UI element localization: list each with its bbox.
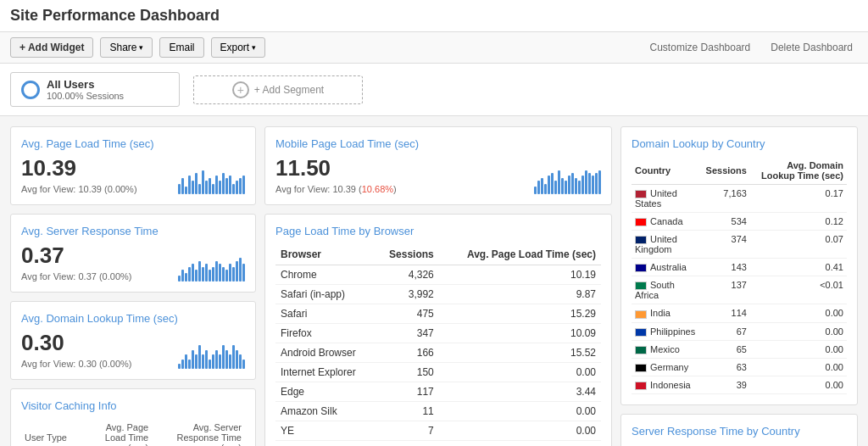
table-cell: 3,992 bbox=[375, 285, 438, 304]
table-cell: United Kingdom bbox=[632, 231, 703, 259]
table-cell: 9.87 bbox=[439, 285, 601, 304]
table-row: Indonesia390.00 bbox=[632, 376, 847, 393]
caching-col-usertype: User Type bbox=[21, 419, 81, 446]
avg-server-response-value: 0.37 bbox=[21, 243, 131, 269]
sparkline-bar bbox=[236, 261, 238, 282]
sparkline-bar bbox=[575, 178, 577, 194]
main-content: Avg. Page Load Time (sec) 10.39 Avg for … bbox=[0, 116, 868, 446]
flag-icon bbox=[635, 264, 647, 272]
segment-name: All Users bbox=[47, 78, 124, 91]
table-cell: 0.07 bbox=[750, 231, 847, 259]
sparkline-bar bbox=[198, 261, 201, 282]
sparkline-bar bbox=[178, 364, 181, 369]
browser-table-widget: Page Load Time by Browser Browser Sessio… bbox=[264, 214, 612, 446]
flag-icon bbox=[635, 328, 647, 337]
avg-server-response-row: 0.37 Avg for View: 0.37 (0.00%) bbox=[21, 243, 245, 282]
table-cell: 4,326 bbox=[375, 265, 438, 285]
table-cell: 11 bbox=[375, 402, 438, 421]
visitor-caching-widget: Visitor Caching Info User Type Avg. Page… bbox=[10, 388, 256, 446]
browser-table-title: Page Load Time by Browser bbox=[275, 225, 601, 237]
table-row: Firefox34710.09 bbox=[275, 324, 601, 343]
table-cell: 0.00 bbox=[439, 421, 601, 441]
sparkline-bar bbox=[192, 350, 194, 369]
visitor-caching-title: Visitor Caching Info bbox=[21, 399, 245, 412]
domain-lookup-country-table: Country Sessions Avg. Domain Lookup Time… bbox=[632, 157, 847, 394]
segment-circle-icon bbox=[21, 81, 40, 99]
sparkline-bar bbox=[181, 360, 184, 369]
table-cell: 475 bbox=[375, 304, 438, 324]
table-cell: 0.00 bbox=[750, 376, 847, 393]
avg-domain-lookup-value: 0.30 bbox=[21, 330, 131, 356]
sparkline-bar bbox=[595, 173, 598, 194]
add-widget-button[interactable]: + Add Widget bbox=[10, 37, 93, 58]
sparkline-bar bbox=[592, 176, 594, 194]
table-cell: <0.01 bbox=[750, 276, 847, 304]
left-column: Avg. Page Load Time (sec) 10.39 Avg for … bbox=[10, 126, 256, 446]
sparkline-bar bbox=[212, 354, 214, 369]
flag-icon bbox=[635, 282, 647, 290]
center-column: Mobile Page Load Time (sec) 11.50 Avg fo… bbox=[264, 126, 612, 446]
sparkline-bar bbox=[571, 173, 574, 194]
table-row: YE70.00 bbox=[275, 421, 601, 441]
caching-col-serverresp: Avg. Server Response Time (sec) bbox=[152, 419, 245, 446]
sparkline-bar bbox=[225, 178, 228, 194]
sparkline-bar bbox=[222, 173, 225, 194]
table-row: Amazon Silk110.00 bbox=[275, 402, 601, 421]
add-segment-button[interactable]: + + Add Segment bbox=[193, 75, 363, 104]
email-button[interactable]: Email bbox=[159, 37, 203, 58]
table-row: Edge1173.44 bbox=[275, 382, 601, 402]
browser-col-browser: Browser bbox=[275, 244, 375, 265]
toolbar-right: Customize Dashboard Delete Dashboard bbox=[645, 38, 858, 57]
avg-page-load-sparkline bbox=[178, 169, 245, 194]
sparkline-bar bbox=[548, 176, 550, 194]
table-cell: Canada bbox=[632, 213, 703, 231]
customize-dashboard-button[interactable]: Customize Dashboard bbox=[645, 38, 756, 57]
table-cell: Android Browser bbox=[275, 343, 375, 363]
table-row: Germany630.00 bbox=[632, 358, 847, 376]
table-cell: South Africa bbox=[632, 276, 703, 304]
all-users-segment[interactable]: All Users 100.00% Sessions bbox=[10, 72, 180, 107]
table-cell: 150 bbox=[375, 363, 438, 382]
mobile-page-load-title: Mobile Page Load Time (sec) bbox=[275, 137, 601, 150]
delete-dashboard-button[interactable]: Delete Dashboard bbox=[765, 38, 858, 57]
export-button[interactable]: Export ▾ bbox=[211, 37, 266, 58]
sparkline-bar bbox=[565, 181, 567, 194]
sparkline-bar bbox=[198, 345, 201, 369]
sparkline-bar bbox=[534, 187, 537, 194]
avg-domain-lookup-title: Avg. Domain Lookup Time (sec) bbox=[21, 312, 245, 325]
add-segment-circle-icon: + bbox=[232, 81, 249, 98]
table-row: Canada5340.12 bbox=[632, 213, 847, 231]
table-row: Safari (in-app)3,9929.87 bbox=[275, 285, 601, 304]
table-cell: Chrome bbox=[275, 265, 375, 285]
domain-lookup-country-title: Domain Lookup by Country bbox=[632, 137, 847, 150]
sparkline-bar bbox=[205, 350, 208, 369]
avg-page-load-sub: Avg for View: 10.39 (0.00%) bbox=[21, 184, 137, 194]
sparkline-bar bbox=[185, 354, 187, 369]
mobile-page-load-value-group: 11.50 Avg for View: 10.39 (10.68%) bbox=[275, 155, 397, 194]
table-cell: Amazon Silk bbox=[275, 402, 375, 421]
sparkline-bar bbox=[554, 181, 557, 194]
mobile-sub-highlight: 10.68% bbox=[362, 184, 393, 194]
mobile-page-load-sub: Avg for View: 10.39 (10.68%) bbox=[275, 184, 397, 194]
table-cell: 4 bbox=[375, 441, 438, 447]
table-cell: 534 bbox=[703, 213, 750, 231]
sparkline-bar bbox=[209, 270, 211, 282]
table-row: Mexico650.00 bbox=[632, 340, 847, 358]
sparkline-bar bbox=[222, 345, 225, 369]
table-cell: 374 bbox=[703, 231, 750, 259]
sparkline-bar bbox=[215, 350, 218, 369]
sparkline-bar bbox=[229, 176, 231, 194]
segment-bar: All Users 100.00% Sessions + + Add Segme… bbox=[0, 64, 868, 116]
sparkline-bar bbox=[588, 173, 591, 194]
sparkline-bar bbox=[219, 264, 221, 282]
add-segment-label: + Add Segment bbox=[254, 84, 324, 96]
table-row: Internet Explorer1500.00 bbox=[275, 363, 601, 382]
share-button[interactable]: Share ▾ bbox=[100, 37, 153, 58]
flag-icon bbox=[635, 236, 647, 244]
mobile-page-load-value: 11.50 bbox=[275, 155, 397, 181]
sparkline-bar bbox=[198, 184, 201, 194]
mobile-page-load-row: 11.50 Avg for View: 10.39 (10.68%) bbox=[275, 155, 601, 194]
table-cell: 10.19 bbox=[439, 265, 601, 285]
table-row: Safari47515.29 bbox=[275, 304, 601, 324]
sparkline-bar bbox=[202, 354, 204, 369]
